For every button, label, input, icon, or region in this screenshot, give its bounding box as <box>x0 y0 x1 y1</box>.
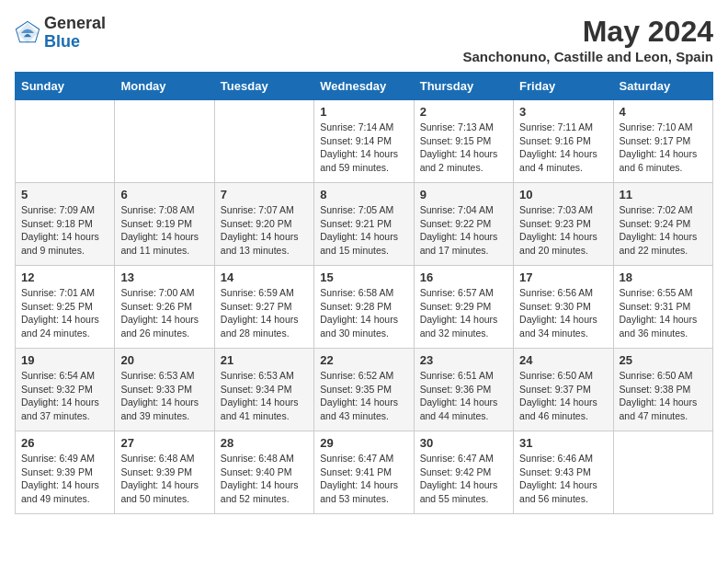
day-cell: 15Sunrise: 6:58 AM Sunset: 9:28 PM Dayli… <box>314 266 414 349</box>
day-cell: 3Sunrise: 7:11 AM Sunset: 9:16 PM Daylig… <box>514 100 613 183</box>
day-number: 16 <box>420 270 507 284</box>
day-info: Sunrise: 7:04 AM Sunset: 9:22 PM Dayligh… <box>420 203 507 258</box>
day-info: Sunrise: 7:13 AM Sunset: 9:15 PM Dayligh… <box>420 121 507 175</box>
day-info: Sunrise: 6:52 AM Sunset: 9:35 PM Dayligh… <box>320 369 407 423</box>
day-cell: 27Sunrise: 6:48 AM Sunset: 9:39 PM Dayli… <box>115 431 214 514</box>
day-cell: 30Sunrise: 6:47 AM Sunset: 9:42 PM Dayli… <box>414 431 513 514</box>
day-number: 11 <box>620 188 707 201</box>
day-cell: 9Sunrise: 7:04 AM Sunset: 9:22 PM Daylig… <box>414 183 513 266</box>
day-number: 22 <box>320 353 407 367</box>
day-cell <box>214 100 313 183</box>
month-year: May 2024 <box>462 15 713 49</box>
day-cell: 22Sunrise: 6:52 AM Sunset: 9:35 PM Dayli… <box>314 349 414 431</box>
day-info: Sunrise: 6:54 AM Sunset: 9:32 PM Dayligh… <box>21 369 108 423</box>
day-cell: 21Sunrise: 6:53 AM Sunset: 9:34 PM Dayli… <box>214 349 313 431</box>
column-header-sunday: Sunday <box>16 73 115 100</box>
day-info: Sunrise: 7:09 AM Sunset: 9:18 PM Dayligh… <box>21 203 108 258</box>
day-info: Sunrise: 6:46 AM Sunset: 9:43 PM Dayligh… <box>519 452 607 506</box>
week-row-5: 26Sunrise: 6:49 AM Sunset: 9:39 PM Dayli… <box>16 431 713 514</box>
day-info: Sunrise: 7:02 AM Sunset: 9:24 PM Dayligh… <box>620 203 707 258</box>
day-cell: 17Sunrise: 6:56 AM Sunset: 9:30 PM Dayli… <box>514 266 613 349</box>
column-header-saturday: Saturday <box>613 73 712 100</box>
day-cell: 5Sunrise: 7:09 AM Sunset: 9:18 PM Daylig… <box>16 183 115 266</box>
day-cell: 31Sunrise: 6:46 AM Sunset: 9:43 PM Dayli… <box>514 431 613 514</box>
day-info: Sunrise: 6:48 AM Sunset: 9:39 PM Dayligh… <box>120 452 208 506</box>
day-info: Sunrise: 7:01 AM Sunset: 9:25 PM Dayligh… <box>21 286 108 340</box>
day-number: 21 <box>221 353 308 367</box>
day-cell: 12Sunrise: 7:01 AM Sunset: 9:25 PM Dayli… <box>16 266 115 349</box>
day-info: Sunrise: 6:49 AM Sunset: 9:39 PM Dayligh… <box>21 452 108 506</box>
day-number: 2 <box>420 105 507 119</box>
day-cell <box>115 100 214 183</box>
day-info: Sunrise: 7:14 AM Sunset: 9:14 PM Dayligh… <box>320 121 407 175</box>
day-cell: 18Sunrise: 6:55 AM Sunset: 9:31 PM Dayli… <box>613 266 712 349</box>
day-cell: 16Sunrise: 6:57 AM Sunset: 9:29 PM Dayli… <box>414 266 513 349</box>
day-number: 20 <box>120 353 208 367</box>
day-cell: 6Sunrise: 7:08 AM Sunset: 9:19 PM Daylig… <box>115 183 214 266</box>
day-number: 4 <box>620 105 707 119</box>
day-number: 5 <box>21 188 108 201</box>
day-number: 1 <box>320 105 407 119</box>
day-number: 23 <box>420 353 507 367</box>
day-cell: 10Sunrise: 7:03 AM Sunset: 9:23 PM Dayli… <box>514 183 613 266</box>
day-cell: 7Sunrise: 7:07 AM Sunset: 9:20 PM Daylig… <box>214 183 313 266</box>
day-cell: 1Sunrise: 7:14 AM Sunset: 9:14 PM Daylig… <box>314 100 414 183</box>
day-number: 26 <box>21 436 108 450</box>
day-cell: 24Sunrise: 6:50 AM Sunset: 9:37 PM Dayli… <box>514 349 613 431</box>
day-info: Sunrise: 6:53 AM Sunset: 9:34 PM Dayligh… <box>221 369 308 423</box>
day-cell: 8Sunrise: 7:05 AM Sunset: 9:21 PM Daylig… <box>314 183 414 266</box>
day-info: Sunrise: 6:55 AM Sunset: 9:31 PM Dayligh… <box>620 286 707 340</box>
day-info: Sunrise: 6:50 AM Sunset: 9:37 PM Dayligh… <box>519 369 607 423</box>
day-cell: 20Sunrise: 6:53 AM Sunset: 9:33 PM Dayli… <box>115 349 214 431</box>
day-info: Sunrise: 7:07 AM Sunset: 9:20 PM Dayligh… <box>221 203 308 258</box>
day-number: 12 <box>21 270 108 284</box>
day-number: 6 <box>120 188 208 201</box>
day-info: Sunrise: 6:47 AM Sunset: 9:42 PM Dayligh… <box>420 452 507 506</box>
day-cell: 4Sunrise: 7:10 AM Sunset: 9:17 PM Daylig… <box>613 100 712 183</box>
day-number: 14 <box>221 270 308 284</box>
title-area: May 2024 Sanchonuno, Castille and Leon, … <box>462 15 713 64</box>
location: Sanchonuno, Castille and Leon, Spain <box>462 49 713 64</box>
column-header-monday: Monday <box>115 73 214 100</box>
day-number: 10 <box>519 188 607 201</box>
day-info: Sunrise: 6:47 AM Sunset: 9:41 PM Dayligh… <box>320 452 407 506</box>
day-cell: 11Sunrise: 7:02 AM Sunset: 9:24 PM Dayli… <box>613 183 712 266</box>
day-cell: 19Sunrise: 6:54 AM Sunset: 9:32 PM Dayli… <box>16 349 115 431</box>
logo-icon <box>15 20 40 46</box>
header: General Blue May 2024 Sanchonuno, Castil… <box>15 15 713 64</box>
day-info: Sunrise: 6:57 AM Sunset: 9:29 PM Dayligh… <box>420 286 507 340</box>
day-number: 25 <box>620 353 707 367</box>
day-info: Sunrise: 6:59 AM Sunset: 9:27 PM Dayligh… <box>221 286 308 340</box>
day-cell <box>16 100 115 183</box>
day-info: Sunrise: 6:51 AM Sunset: 9:36 PM Dayligh… <box>420 369 507 423</box>
day-number: 9 <box>420 188 507 201</box>
day-cell: 2Sunrise: 7:13 AM Sunset: 9:15 PM Daylig… <box>414 100 513 183</box>
day-info: Sunrise: 7:08 AM Sunset: 9:19 PM Dayligh… <box>120 203 208 258</box>
column-header-tuesday: Tuesday <box>214 73 313 100</box>
day-info: Sunrise: 6:50 AM Sunset: 9:38 PM Dayligh… <box>620 369 707 423</box>
day-number: 7 <box>221 188 308 201</box>
day-number: 30 <box>420 436 507 450</box>
day-number: 27 <box>120 436 208 450</box>
day-number: 13 <box>120 270 208 284</box>
day-info: Sunrise: 6:48 AM Sunset: 9:40 PM Dayligh… <box>221 452 308 506</box>
day-number: 3 <box>519 105 607 119</box>
day-number: 28 <box>221 436 308 450</box>
day-number: 24 <box>519 353 607 367</box>
day-cell: 28Sunrise: 6:48 AM Sunset: 9:40 PM Dayli… <box>214 431 313 514</box>
day-info: Sunrise: 6:58 AM Sunset: 9:28 PM Dayligh… <box>320 286 407 340</box>
week-row-2: 5Sunrise: 7:09 AM Sunset: 9:18 PM Daylig… <box>16 183 713 266</box>
day-info: Sunrise: 6:56 AM Sunset: 9:30 PM Dayligh… <box>519 286 607 340</box>
day-cell <box>613 431 712 514</box>
day-info: Sunrise: 7:11 AM Sunset: 9:16 PM Dayligh… <box>519 121 607 175</box>
column-header-wednesday: Wednesday <box>314 73 414 100</box>
day-number: 15 <box>320 270 407 284</box>
day-cell: 29Sunrise: 6:47 AM Sunset: 9:41 PM Dayli… <box>314 431 414 514</box>
logo-text: General Blue <box>44 15 106 52</box>
day-number: 8 <box>320 188 407 201</box>
day-number: 17 <box>519 270 607 284</box>
day-number: 31 <box>519 436 607 450</box>
week-row-1: 1Sunrise: 7:14 AM Sunset: 9:14 PM Daylig… <box>16 100 713 183</box>
day-cell: 13Sunrise: 7:00 AM Sunset: 9:26 PM Dayli… <box>115 266 214 349</box>
day-info: Sunrise: 7:10 AM Sunset: 9:17 PM Dayligh… <box>620 121 707 175</box>
